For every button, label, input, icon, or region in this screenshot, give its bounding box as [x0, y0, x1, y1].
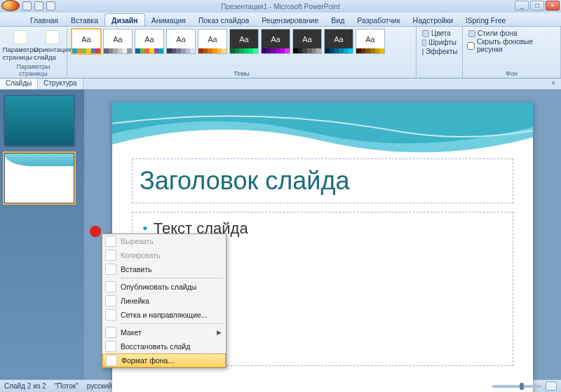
close-button[interactable]: ×: [546, 1, 560, 11]
context-menu: ВырезатьКопироватьВставитьОпубликовать с…: [102, 234, 227, 368]
slide-thumb-1[interactable]: [4, 95, 74, 146]
theme-swatch-4[interactable]: Aa: [198, 29, 227, 54]
submenu-arrow-icon: ▶: [217, 329, 222, 336]
context-menu-item-0: Вырезать: [102, 234, 226, 248]
group-label-themes: Темы: [72, 69, 412, 77]
page-setup-label: Параметры страницы: [3, 46, 39, 61]
background-styles-button[interactable]: Стили фона: [467, 29, 556, 38]
context-menu-item-3[interactable]: Опубликовать слайды: [102, 280, 226, 294]
context-menu-item-4[interactable]: Линейка: [102, 294, 226, 308]
menu-item-icon: [105, 327, 116, 338]
slide-thumb-2[interactable]: [4, 153, 74, 203]
maximize-button[interactable]: □: [530, 1, 544, 11]
orientation-label: Ориентация слайда: [34, 46, 72, 61]
status-language: русский: [87, 382, 112, 390]
theme-colors-button[interactable]: Цвета: [421, 29, 458, 38]
menu-item-icon: [105, 250, 116, 261]
theme-gallery[interactable]: AaAaAaAaAaAaAaAaAaAa: [72, 29, 412, 54]
ribbon: Параметры страницы Ориентация слайда Пар…: [0, 27, 561, 79]
zoom-handle[interactable]: [520, 383, 524, 390]
ribbon-tab-9[interactable]: iSpring Free: [459, 14, 512, 26]
theme-swatch-0[interactable]: Aa: [72, 29, 101, 54]
context-menu-item-1: Копировать: [102, 248, 226, 262]
ribbon-tab-3[interactable]: Анимация: [145, 14, 192, 26]
hide-bg-checkbox[interactable]: [467, 42, 475, 50]
ribbon-tab-4[interactable]: Показ слайдов: [192, 14, 255, 26]
hide-bg-graphics-checkbox[interactable]: Скрыть фоновые рисунки: [467, 38, 556, 53]
theme-swatch-9[interactable]: Aa: [356, 29, 385, 54]
zoom-slider[interactable]: [492, 385, 541, 388]
minimize-button[interactable]: _: [515, 1, 529, 11]
menu-item-icon: [105, 264, 116, 275]
effects-icon: [422, 48, 424, 55]
theme-swoosh-graphic: [112, 102, 533, 165]
qat-save-icon[interactable]: [22, 1, 32, 11]
context-menu-item-8[interactable]: Формат фона...: [102, 353, 226, 367]
ribbon-tab-6[interactable]: Вид: [325, 14, 351, 26]
menu-item-icon: [105, 341, 116, 352]
pane-tabs: Слайды Структура ×: [0, 79, 561, 90]
window-title: Презентация1 - Microsoft PowerPoint: [221, 3, 339, 11]
theme-swatch-7[interactable]: Aa: [292, 29, 322, 54]
fonts-label: Шрифты: [428, 39, 457, 46]
colors-label: Цвета: [431, 29, 451, 37]
menu-item-icon: [105, 236, 116, 247]
page-setup-icon: [13, 30, 27, 44]
ribbon-tabs: ГлавнаяВставкаДизайнАнимацияПоказ слайдо…: [0, 13, 561, 27]
theme-swatch-1[interactable]: Aa: [103, 29, 133, 54]
bg-styles-label: Стили фона: [478, 29, 517, 37]
menu-item-icon: [106, 355, 117, 366]
hide-bg-label: Скрыть фоновые рисунки: [477, 38, 556, 53]
theme-swatch-5[interactable]: Aa: [229, 29, 259, 54]
bg-styles-icon: [468, 30, 475, 37]
ribbon-tab-5[interactable]: Рецензирование: [255, 14, 325, 26]
workspace: Заголовок слайда Текст слайда: [0, 90, 561, 379]
menu-item-icon: [105, 295, 116, 306]
menu-item-icon: [105, 281, 116, 292]
ribbon-tab-7[interactable]: Разработчик: [351, 14, 406, 26]
theme-swatch-3[interactable]: Aa: [166, 29, 196, 54]
theme-swatch-8[interactable]: Aa: [324, 29, 353, 54]
annotation-marker: [90, 226, 101, 237]
title-bar: Презентация1 - Microsoft PowerPoint _ □ …: [0, 0, 561, 13]
orientation-icon: [46, 30, 60, 44]
pane-tab-slides[interactable]: Слайды: [0, 79, 38, 89]
ribbon-tab-1[interactable]: Вставка: [65, 14, 104, 26]
theme-swatch-6[interactable]: Aa: [261, 29, 290, 54]
theme-effects-button[interactable]: Эффекты: [421, 47, 458, 56]
ribbon-tab-8[interactable]: Надстройки: [407, 14, 460, 26]
context-menu-item-6[interactable]: Макет▶: [102, 325, 226, 339]
thumbnail-pane[interactable]: [0, 90, 84, 379]
menu-item-icon: [105, 309, 116, 320]
group-label-background: Фон: [467, 69, 556, 77]
context-menu-item-5[interactable]: Сетка и направляющие...: [102, 308, 226, 322]
ribbon-tab-2[interactable]: Дизайн: [104, 13, 145, 26]
fit-to-window-button[interactable]: [546, 381, 557, 391]
theme-fonts-button[interactable]: Шрифты: [421, 38, 458, 47]
office-button[interactable]: [1, 0, 20, 11]
group-label-page-setup: Параметры страницы: [4, 62, 62, 77]
fonts-icon: [422, 39, 426, 46]
context-menu-item-7[interactable]: Восстановить слайд: [102, 339, 226, 353]
qat-undo-icon[interactable]: [34, 1, 43, 11]
effects-label: Эффекты: [426, 48, 457, 55]
qat-redo-icon[interactable]: [46, 1, 55, 11]
context-menu-item-2[interactable]: Вставить: [102, 262, 226, 276]
colors-icon: [422, 30, 429, 37]
theme-swatch-2[interactable]: Aa: [135, 29, 164, 54]
page-setup-button[interactable]: Параметры страницы: [4, 29, 36, 62]
slide-orientation-button[interactable]: Ориентация слайда: [36, 29, 69, 62]
quick-access-toolbar: [1, 0, 55, 11]
pane-close-button[interactable]: ×: [541, 79, 561, 89]
ribbon-tab-0[interactable]: Главная: [24, 14, 65, 26]
status-theme-name: "Поток": [55, 382, 79, 390]
title-placeholder[interactable]: Заголовок слайда: [132, 158, 513, 203]
status-slide-pos: Слайд 2 из 2: [4, 382, 46, 390]
pane-tab-outline[interactable]: Структура: [38, 79, 83, 89]
